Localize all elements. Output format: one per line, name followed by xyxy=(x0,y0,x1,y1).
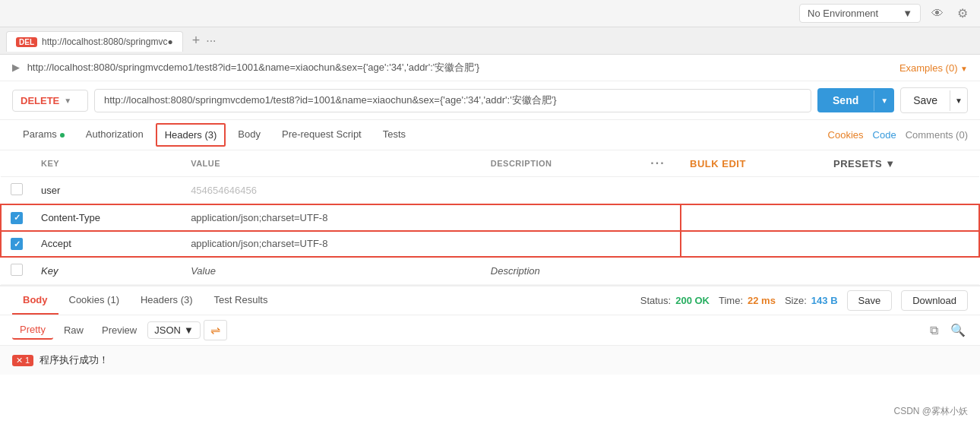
row4-checkbox[interactable] xyxy=(11,264,23,276)
table-row: Key Value Description xyxy=(1,257,979,285)
status-value: 200 OK xyxy=(675,295,710,306)
response-line-1: ✕ 1 程序执行成功！ xyxy=(12,352,968,369)
response-size: Size: 143 B xyxy=(785,295,838,306)
format-tab-pretty[interactable]: Pretty xyxy=(12,321,53,340)
search-button[interactable]: 🔍 xyxy=(948,321,968,340)
format-tab-raw[interactable]: Raw xyxy=(56,321,91,339)
row2-checkbox[interactable] xyxy=(11,212,23,224)
row3-extra1 xyxy=(681,231,824,258)
search-icon: 🔍 xyxy=(950,324,966,337)
copy-button[interactable]: ⧉ xyxy=(928,321,940,340)
row2-description[interactable] xyxy=(482,204,635,231)
row2-actions xyxy=(635,204,681,231)
table-row: Content-Type application/json;charset=UT… xyxy=(1,204,979,231)
send-button[interactable]: Send ▼ xyxy=(817,88,894,112)
examples-link[interactable]: Examples (0) ▼ xyxy=(899,62,968,74)
row4-description[interactable]: Description xyxy=(482,257,635,285)
resp-tab-testresults[interactable]: Test Results xyxy=(204,286,279,315)
row3-description[interactable] xyxy=(482,231,635,258)
tab-headers[interactable]: Headers (3) xyxy=(156,123,226,147)
params-dot xyxy=(60,133,65,138)
url-input[interactable] xyxy=(94,89,811,112)
tab-url: http://localhost:8080/springmvc● xyxy=(42,36,173,47)
row2-checkbox-col xyxy=(1,204,32,231)
request-tabs-bar: Params Authorization Headers (3) Body Pr… xyxy=(0,120,980,150)
response-time: Time: 22 ms xyxy=(719,295,776,306)
gear-icon-button[interactable]: ⚙ xyxy=(954,3,971,24)
header-actions-col: ··· xyxy=(635,150,681,177)
tab-params[interactable]: Params xyxy=(12,121,75,149)
row2-key[interactable]: Content-Type xyxy=(32,204,182,231)
tab-body[interactable]: Body xyxy=(227,121,271,149)
breadcrumb-bar: ▶ http://localhost:8080/springmvcdemo1/t… xyxy=(0,55,980,81)
size-value: 143 B xyxy=(811,295,838,306)
resp-tab-headers[interactable]: Headers (3) xyxy=(130,286,204,315)
row4-value[interactable]: Value xyxy=(182,257,482,285)
method-chevron-icon: ▼ xyxy=(64,97,71,105)
row1-checkbox-col xyxy=(1,177,32,205)
format-bar-right: ⧉ 🔍 xyxy=(928,321,968,340)
row4-extra1 xyxy=(681,257,824,285)
response-save-button[interactable]: Save xyxy=(847,290,893,311)
env-label: No Environment xyxy=(808,8,878,19)
presets-button[interactable]: Presets ▼ xyxy=(833,158,970,169)
send-label: Send xyxy=(817,88,874,112)
resp-tab-cookies[interactable]: Cookies (1) xyxy=(58,286,130,315)
header-key-col: KEY xyxy=(32,150,182,177)
response-status-bar: Status: 200 OK Time: 22 ms Size: 143 B S… xyxy=(640,290,968,311)
wrap-icon: ⇌ xyxy=(210,324,220,337)
table-row: user 454654646456 xyxy=(1,177,979,205)
code-link[interactable]: Code xyxy=(873,129,896,141)
row3-value[interactable]: application/json;charset=UTF-8 xyxy=(182,231,482,258)
row1-value[interactable]: 454654646456 xyxy=(182,177,482,205)
header-checkbox-col xyxy=(1,150,32,177)
tab-authorization[interactable]: Authorization xyxy=(75,121,154,149)
save-button[interactable]: Save ▼ xyxy=(900,87,968,113)
response-download-button[interactable]: Download xyxy=(901,290,968,311)
headers-section: KEY VALUE DESCRIPTION ··· Bulk Edit Pres… xyxy=(0,150,980,285)
response-body: ✕ 1 程序执行成功！ xyxy=(0,346,980,375)
method-dropdown[interactable]: DELETE ▼ xyxy=(12,90,88,112)
breadcrumb-url[interactable]: http://localhost:8080/springmvcdemo1/tes… xyxy=(27,62,479,73)
row1-description[interactable] xyxy=(482,177,635,205)
error-badge: ✕ 1 xyxy=(12,355,33,366)
response-section: Body Cookies (1) Headers (3) Test Result… xyxy=(0,285,980,375)
request-tab-1[interactable]: DEL http://localhost:8080/springmvc● xyxy=(6,31,183,52)
row2-extra1 xyxy=(681,204,824,231)
presets-col: Presets ▼ xyxy=(824,150,979,177)
add-tab-button[interactable]: + xyxy=(186,33,207,49)
response-text: 程序执行成功！ xyxy=(40,353,109,367)
format-dropdown[interactable]: JSON ▼ xyxy=(147,321,201,339)
more-actions-icon[interactable]: ··· xyxy=(650,157,665,169)
comments-link[interactable]: Comments (0) xyxy=(906,129,968,141)
format-tab-preview[interactable]: Preview xyxy=(94,321,144,339)
bulk-edit-button[interactable]: Bulk Edit xyxy=(690,158,746,169)
top-nav: No Environment ▼ 👁 ⚙ xyxy=(0,0,980,27)
resp-tab-body[interactable]: Body xyxy=(12,286,58,315)
row3-checkbox[interactable] xyxy=(11,238,23,250)
headers-table: KEY VALUE DESCRIPTION ··· Bulk Edit Pres… xyxy=(0,150,980,285)
response-tabs-left: Body Cookies (1) Headers (3) Test Result… xyxy=(12,286,278,315)
row1-key[interactable]: user xyxy=(32,177,182,205)
time-value: 22 ms xyxy=(748,295,776,306)
environment-selector[interactable]: No Environment ▼ xyxy=(799,4,921,23)
row3-key[interactable]: Accept xyxy=(32,231,182,258)
tab-tests[interactable]: Tests xyxy=(372,121,416,149)
cookies-link[interactable]: Cookies xyxy=(828,129,864,141)
tab-prerequest[interactable]: Pre-request Script xyxy=(271,121,372,149)
more-tabs-button[interactable]: ··· xyxy=(206,34,216,48)
row1-extra1 xyxy=(681,177,824,205)
format-bar-left: Pretty Raw Preview JSON ▼ ⇌ xyxy=(12,320,227,340)
breadcrumb: ▶ http://localhost:8080/springmvcdemo1/t… xyxy=(12,61,479,74)
breadcrumb-arrow-icon: ▶ xyxy=(12,62,20,73)
wrap-button[interactable]: ⇌ xyxy=(204,320,227,340)
row1-checkbox[interactable] xyxy=(11,183,23,195)
row1-extra2 xyxy=(824,177,979,205)
row4-key[interactable]: Key xyxy=(32,257,182,285)
eye-icon-button[interactable]: 👁 xyxy=(928,4,947,24)
method-label: DELETE xyxy=(21,95,59,106)
save-chevron-icon: ▼ xyxy=(950,90,967,111)
headers-table-header-row: KEY VALUE DESCRIPTION ··· Bulk Edit Pres… xyxy=(1,150,979,177)
row2-value[interactable]: application/json;charset=UTF-8 xyxy=(182,204,482,231)
header-value-col: VALUE xyxy=(182,150,482,177)
